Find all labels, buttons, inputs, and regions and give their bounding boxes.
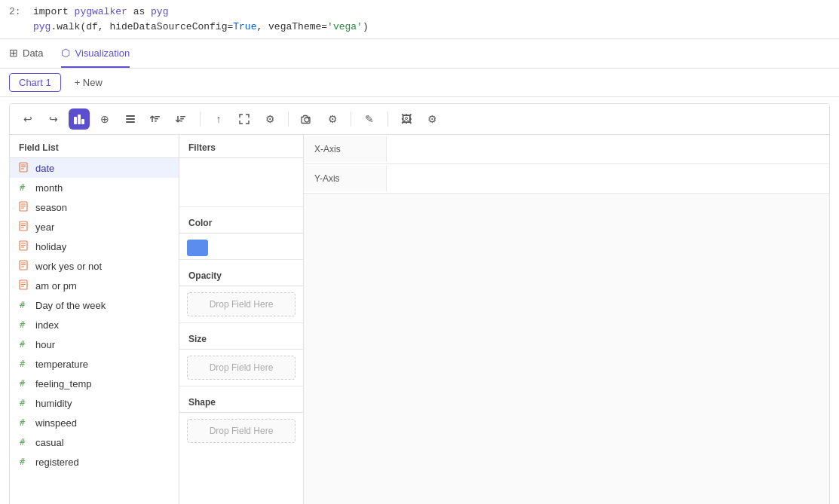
- mark-button[interactable]: ⊕: [94, 108, 115, 130]
- field-type-icon: [19, 221, 29, 233]
- field-item-temperature[interactable]: #temperature: [10, 354, 179, 374]
- field-item-season[interactable]: season: [10, 197, 179, 217]
- svg-rect-7: [155, 118, 158, 120]
- svg-rect-0: [74, 117, 77, 124]
- field-item-month[interactable]: #month: [10, 178, 179, 197]
- field-name: Day of the week: [35, 300, 106, 311]
- tab-visualization[interactable]: ⬡ Visualization: [61, 39, 130, 68]
- field-name: registered: [35, 457, 79, 468]
- field-item-registered[interactable]: #registered: [10, 452, 179, 472]
- stack-button[interactable]: [120, 108, 141, 130]
- field-item-work-yes-or-not[interactable]: work yes or not: [10, 256, 179, 276]
- field-name: humidity: [35, 398, 72, 409]
- svg-point-12: [305, 118, 309, 122]
- settings-button[interactable]: ⚙: [259, 108, 280, 130]
- toolbar-separator-4: [387, 111, 388, 127]
- field-name: work yes or not: [35, 261, 102, 272]
- image-button[interactable]: 🖼: [396, 108, 417, 130]
- sort-desc-button[interactable]: [171, 108, 192, 130]
- visualization-icon: ⬡: [61, 47, 70, 59]
- field-item-humidity[interactable]: #humidity: [10, 393, 179, 413]
- field-type-icon: #: [19, 299, 29, 311]
- field-item-winspeed[interactable]: #winspeed: [10, 413, 179, 432]
- field-type-icon: #: [19, 397, 29, 409]
- line-number-2: [9, 20, 27, 35]
- field-item-year[interactable]: year: [10, 217, 179, 237]
- field-name: feeling_temp: [35, 378, 91, 389]
- x-axis-row: X-Axis: [304, 135, 829, 164]
- sort-asc-button[interactable]: [145, 108, 167, 130]
- tab-data[interactable]: ⊞ Data: [9, 39, 43, 68]
- shape-header: Shape: [179, 389, 303, 413]
- field-item-casual[interactable]: #casual: [10, 432, 179, 452]
- svg-rect-3: [126, 115, 135, 117]
- svg-rect-5: [126, 121, 135, 123]
- svg-text:#: #: [20, 378, 26, 388]
- field-item-holiday[interactable]: holiday: [10, 237, 179, 256]
- color-swatch[interactable]: [187, 240, 208, 256]
- svg-rect-4: [126, 118, 135, 120]
- field-type-icon: #: [19, 319, 29, 331]
- svg-text:#: #: [20, 359, 26, 368]
- new-chart-button[interactable]: + New: [67, 74, 110, 91]
- field-type-icon: #: [19, 338, 29, 350]
- undo-button[interactable]: ↩: [17, 108, 38, 130]
- svg-rect-2: [81, 119, 84, 124]
- svg-text:#: #: [20, 417, 26, 427]
- shape-drop-zone[interactable]: Drop Field Here: [187, 419, 295, 443]
- filters-header: Filters: [179, 135, 303, 158]
- divider-3: [179, 322, 303, 323]
- field-type-icon: [19, 260, 29, 272]
- tab-visualization-label: Visualization: [75, 47, 130, 59]
- field-name: temperature: [35, 359, 88, 370]
- svg-rect-10: [180, 118, 184, 120]
- field-name: winspeed: [35, 417, 77, 429]
- field-item-index[interactable]: #index: [10, 315, 179, 334]
- field-type-icon: [19, 201, 29, 213]
- up-button[interactable]: ↑: [208, 108, 229, 130]
- field-type-icon: [19, 162, 29, 174]
- expand-button[interactable]: [234, 108, 255, 130]
- field-item-date[interactable]: date: [10, 158, 179, 178]
- code-block: 2: import pygwalker as pyg pyg.walk(df, …: [0, 0, 839, 39]
- field-type-icon: #: [19, 358, 29, 370]
- size-header: Size: [179, 326, 303, 350]
- field-list-header: Field List: [10, 135, 179, 158]
- field-name: holiday: [35, 241, 66, 252]
- y-axis-drop-zone[interactable]: [387, 164, 829, 193]
- x-axis-drop-zone[interactable]: [387, 135, 829, 163]
- size-drop-zone[interactable]: Drop Field Here: [187, 356, 295, 380]
- code-text-2: pyg.walk(df, hideDataSourceConfig=True, …: [33, 20, 369, 35]
- svg-text:#: #: [20, 319, 26, 329]
- toolbar: ↩ ↪ ⊕: [10, 104, 829, 135]
- field-type-icon: [19, 279, 29, 292]
- svg-rect-11: [180, 121, 182, 122]
- svg-text:#: #: [20, 339, 26, 349]
- field-item-Day-of-the-week[interactable]: #Day of the week: [10, 295, 179, 315]
- opacity-header: Opacity: [179, 263, 303, 286]
- settings2-button[interactable]: ⚙: [322, 108, 343, 130]
- field-item-am-or-pm[interactable]: am or pm: [10, 276, 179, 295]
- opacity-drop-zone[interactable]: Drop Field Here: [187, 292, 295, 316]
- chart-tabs-bar: Chart 1 + New: [0, 69, 839, 97]
- brush-button[interactable]: ✎: [359, 108, 380, 130]
- field-item-feeling_temp[interactable]: #feeling_temp: [10, 374, 179, 393]
- chart-type-button[interactable]: [69, 108, 90, 130]
- more-button[interactable]: ⚙: [421, 108, 442, 130]
- svg-text:#: #: [20, 398, 26, 408]
- y-axis-label: Y-Axis: [304, 166, 387, 191]
- color-header: Color: [179, 210, 303, 234]
- svg-text:#: #: [20, 437, 26, 447]
- middle-panel: Filters Color Opacity Drop Field Here Si…: [179, 135, 304, 504]
- field-list-panel: Field List date#monthseasonyearholidaywo…: [10, 135, 179, 504]
- chart-tab-1[interactable]: Chart 1: [9, 73, 61, 92]
- camera-button[interactable]: [296, 108, 317, 130]
- tab-data-label: Data: [23, 47, 43, 59]
- field-type-icon: #: [19, 456, 29, 468]
- redo-button[interactable]: ↪: [43, 108, 64, 130]
- field-item-hour[interactable]: #hour: [10, 334, 179, 354]
- svg-rect-6: [155, 116, 160, 118]
- toolbar-separator-2: [288, 111, 289, 127]
- field-name: casual: [35, 437, 64, 448]
- svg-text:#: #: [20, 182, 26, 192]
